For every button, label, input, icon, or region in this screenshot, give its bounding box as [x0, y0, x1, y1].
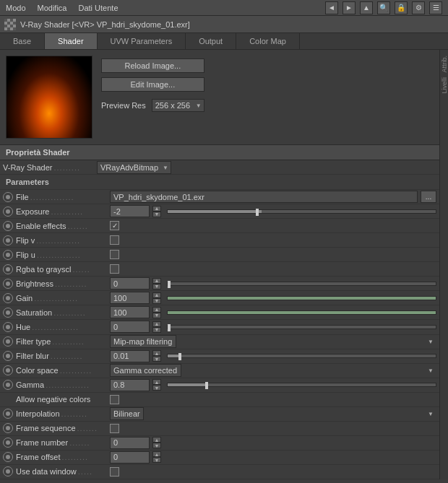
interpolation-wrapper: Bilinear None Bicubic	[110, 407, 436, 420]
param-value-rgba	[110, 264, 436, 274]
gain-input[interactable]	[110, 292, 150, 304]
exposure-input[interactable]	[110, 205, 150, 217]
param-radio-enable-effects[interactable]	[3, 221, 13, 231]
filter-blur-spin-up[interactable]: ▲	[152, 350, 161, 356]
tab-output[interactable]: Output	[186, 33, 236, 49]
allow-negative-checkbox[interactable]	[110, 395, 119, 404]
frame-offset-spin-down[interactable]: ▼	[152, 457, 161, 463]
menu-dati-utente[interactable]: Dati Utente	[79, 4, 119, 12]
window-title: V-Ray Shader [<VR> VP_hdri_skydome_01.ex…	[20, 20, 190, 29]
flip-v-checkbox[interactable]	[110, 235, 119, 245]
flip-u-checkbox[interactable]	[110, 250, 119, 259]
hue-spin-down[interactable]: ▼	[152, 327, 161, 333]
param-radio-frame-number[interactable]	[3, 438, 13, 448]
sidebar-label-attrib[interactable]: Attrib.	[441, 56, 448, 73]
param-radio-frame-sequence[interactable]	[3, 423, 13, 433]
hue-spin-up[interactable]: ▲	[152, 321, 161, 327]
param-radio-hue[interactable]	[3, 322, 13, 332]
rgba-checkbox[interactable]	[110, 264, 119, 274]
exposure-spin-up[interactable]: ▲	[152, 206, 161, 212]
brightness-input[interactable]	[110, 277, 150, 290]
use-data-window-checkbox[interactable]	[110, 467, 119, 477]
filter-blur-slider[interactable]	[167, 354, 436, 358]
param-radio-use-data-window[interactable]	[3, 466, 13, 477]
param-radio-flip-v[interactable]	[3, 235, 13, 245]
param-radio-frame-offset[interactable]	[3, 452, 13, 462]
gamma-input[interactable]	[110, 379, 150, 391]
browse-button[interactable]: ...	[421, 191, 436, 203]
gamma-spin-down[interactable]: ▼	[152, 385, 161, 391]
hue-slider[interactable]	[167, 325, 436, 329]
edit-image-button[interactable]: Edit Image...	[101, 77, 204, 92]
frame-offset-spin-up[interactable]: ▲	[152, 451, 161, 457]
settings-icon[interactable]: ⚙	[412, 1, 425, 14]
param-row-flip-u: Flip u ...............	[0, 248, 439, 262]
brightness-spin-up[interactable]: ▲	[152, 278, 161, 284]
preview-image	[6, 56, 92, 139]
param-radio-filter-type[interactable]	[3, 336, 13, 347]
param-radio-exposure[interactable]	[3, 206, 13, 217]
param-label-brightness: Brightness ...........	[16, 279, 110, 288]
tab-shader[interactable]: Shader	[45, 33, 97, 49]
param-radio-rgba[interactable]	[3, 264, 13, 274]
param-radio-color-space[interactable]	[3, 365, 13, 375]
frame-number-spin-up[interactable]: ▲	[152, 437, 161, 443]
saturation-spin-down[interactable]: ▼	[152, 313, 161, 318]
enable-effects-checkbox[interactable]	[110, 221, 119, 230]
frame-number-input[interactable]	[110, 437, 150, 449]
saturation-slider[interactable]	[167, 310, 436, 315]
vray-shader-label: V-Ray Shader .........	[3, 163, 97, 172]
menu-icon[interactable]: ☰	[429, 1, 442, 14]
param-radio-gain[interactable]	[3, 293, 13, 303]
lock-icon[interactable]: 🔒	[395, 1, 408, 14]
param-radio-interpolation[interactable]	[3, 409, 13, 419]
param-radio-brightness[interactable]	[3, 279, 13, 289]
arrow-up-icon[interactable]: ▲	[360, 1, 373, 14]
exposure-spin-down[interactable]: ▼	[152, 212, 161, 217]
param-radio-filter-blur[interactable]	[3, 351, 13, 361]
gain-slider[interactable]	[167, 296, 436, 300]
vray-shader-select[interactable]: VRayAdvBitmap	[97, 161, 171, 174]
tab-base[interactable]: Base	[0, 33, 45, 49]
param-radio-file[interactable]	[3, 192, 13, 202]
brightness-slider[interactable]	[167, 282, 436, 286]
search-icon[interactable]: 🔍	[377, 1, 390, 14]
gamma-slider[interactable]	[167, 383, 436, 387]
saturation-spin-up[interactable]: ▲	[152, 307, 161, 313]
gain-spin-down[interactable]: ▼	[152, 298, 161, 304]
tab-uvw[interactable]: UVW Parameters	[98, 33, 186, 49]
filter-blur-input[interactable]	[110, 350, 150, 362]
tab-colormap[interactable]: Color Map	[236, 33, 300, 49]
interpolation-select[interactable]: Bilinear None Bicubic	[110, 407, 144, 420]
file-path-input[interactable]	[110, 191, 418, 203]
saturation-input[interactable]	[110, 306, 150, 318]
exposure-slider[interactable]	[167, 209, 436, 214]
sidebar-label-livelli[interactable]: Livelli	[441, 77, 448, 94]
frame-number-spin-down[interactable]: ▼	[152, 443, 161, 448]
gain-spin-up[interactable]: ▲	[152, 292, 161, 298]
param-label-gamma: Gamma ...............	[16, 380, 110, 389]
param-value-frame-sequence	[110, 424, 436, 433]
filter-blur-spin-down[interactable]: ▼	[152, 356, 161, 362]
preview-res-row: Preview Res 64 x 64 128 x 128 256 x 256 …	[101, 99, 204, 112]
preview-res-select[interactable]: 64 x 64 128 x 128 256 x 256 512 x 512	[152, 99, 204, 112]
menu-bar: Modo Modifica Dati Utente ◄ ► ▲ 🔍 🔒 ⚙ ☰	[0, 0, 448, 16]
reload-image-button[interactable]: Reload Image...	[101, 58, 204, 73]
frame-sequence-checkbox[interactable]	[110, 424, 119, 433]
param-label-file: File ...............	[16, 193, 110, 201]
param-radio-flip-u[interactable]	[3, 250, 13, 260]
param-value-hue: ▲ ▼	[110, 321, 436, 333]
gamma-spin-up[interactable]: ▲	[152, 379, 161, 385]
arrow-right-icon[interactable]: ►	[343, 1, 356, 14]
hue-input[interactable]	[110, 321, 150, 333]
menu-modifica[interactable]: Modifica	[38, 4, 67, 12]
brightness-spin-down[interactable]: ▼	[152, 284, 161, 290]
param-radio-gamma[interactable]	[3, 380, 13, 390]
arrow-left-icon[interactable]: ◄	[325, 1, 338, 14]
param-radio-saturation[interactable]	[3, 308, 13, 318]
menu-modo[interactable]: Modo	[6, 4, 26, 12]
frame-offset-input[interactable]	[110, 451, 150, 464]
color-space-select[interactable]: Gamma corrected Linear sRGB	[110, 364, 181, 377]
tabs-bar: Base Shader UVW Parameters Output Color …	[0, 33, 448, 50]
filter-type-select[interactable]: Mip-map filtering None Pyramidal	[110, 335, 176, 348]
